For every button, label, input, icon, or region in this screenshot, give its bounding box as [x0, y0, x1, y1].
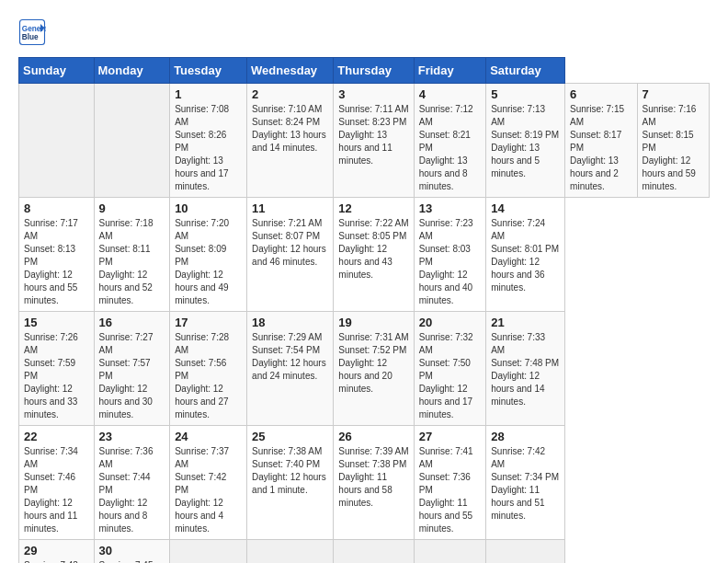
- calendar-week-row: 29Sunrise: 7:43 AMSunset: 7:32 PMDayligh…: [19, 540, 710, 564]
- day-number: 11: [252, 201, 328, 215]
- calendar-week-row: 1Sunrise: 7:08 AMSunset: 8:26 PMDaylight…: [19, 84, 710, 198]
- calendar-cell: 4Sunrise: 7:12 AMSunset: 8:21 PMDaylight…: [414, 84, 485, 198]
- day-info: Sunrise: 7:08 AMSunset: 8:26 PMDaylight:…: [175, 103, 242, 193]
- calendar-cell: 24Sunrise: 7:37 AMSunset: 7:42 PMDayligh…: [170, 426, 247, 540]
- calendar-cell: 15Sunrise: 7:26 AMSunset: 7:59 PMDayligh…: [19, 312, 95, 426]
- day-info: Sunrise: 7:13 AMSunset: 8:19 PMDaylight:…: [491, 103, 560, 180]
- calendar-cell: [19, 84, 95, 198]
- calendar-cell: [486, 540, 565, 564]
- day-header-sunday: Sunday: [19, 58, 95, 84]
- calendar-cell: 30Sunrise: 7:45 AMSunset: 7:30 PMDayligh…: [94, 540, 170, 564]
- day-number: 23: [99, 430, 165, 443]
- calendar-cell: [170, 540, 247, 564]
- day-info: Sunrise: 7:12 AMSunset: 8:21 PMDaylight:…: [419, 103, 481, 193]
- day-number: 8: [24, 201, 89, 215]
- day-number: 28: [491, 430, 560, 443]
- day-info: Sunrise: 7:42 AMSunset: 7:34 PMDaylight:…: [491, 445, 560, 523]
- day-number: 15: [24, 316, 89, 329]
- calendar-cell: 25Sunrise: 7:38 AMSunset: 7:40 PMDayligh…: [247, 426, 334, 540]
- day-info: Sunrise: 7:37 AMSunset: 7:42 PMDaylight:…: [175, 445, 242, 535]
- day-number: 14: [491, 201, 560, 215]
- calendar-cell: [414, 540, 485, 564]
- day-number: 17: [175, 316, 242, 329]
- calendar-cell: 18Sunrise: 7:29 AMSunset: 7:54 PMDayligh…: [247, 312, 334, 426]
- day-number: 9: [99, 201, 165, 215]
- page: General Blue SundayMondayTuesdayWednesda…: [0, 0, 728, 563]
- day-info: Sunrise: 7:39 AMSunset: 7:38 PMDaylight:…: [338, 445, 408, 510]
- day-info: Sunrise: 7:29 AMSunset: 7:54 PMDaylight:…: [252, 331, 328, 383]
- day-info: Sunrise: 7:17 AMSunset: 8:13 PMDaylight:…: [24, 217, 89, 307]
- calendar-cell: 23Sunrise: 7:36 AMSunset: 7:44 PMDayligh…: [94, 426, 170, 540]
- day-header-monday: Monday: [94, 58, 170, 84]
- calendar-week-row: 15Sunrise: 7:26 AMSunset: 7:59 PMDayligh…: [19, 312, 710, 426]
- day-header-saturday: Saturday: [486, 58, 565, 84]
- day-info: Sunrise: 7:26 AMSunset: 7:59 PMDaylight:…: [24, 331, 89, 421]
- day-number: 10: [175, 201, 242, 215]
- day-number: 20: [419, 316, 481, 329]
- calendar-cell: 16Sunrise: 7:27 AMSunset: 7:57 PMDayligh…: [94, 312, 170, 426]
- day-number: 12: [338, 201, 408, 215]
- calendar-cell: 13Sunrise: 7:23 AMSunset: 8:03 PMDayligh…: [414, 198, 485, 312]
- calendar-cell: 2Sunrise: 7:10 AMSunset: 8:24 PMDaylight…: [247, 84, 334, 198]
- day-info: Sunrise: 7:28 AMSunset: 7:56 PMDaylight:…: [175, 331, 242, 421]
- day-number: 4: [419, 87, 481, 101]
- calendar-table: SundayMondayTuesdayWednesdayThursdayFrid…: [18, 57, 710, 563]
- day-number: 30: [99, 544, 165, 557]
- calendar-cell: 19Sunrise: 7:31 AMSunset: 7:52 PMDayligh…: [334, 312, 414, 426]
- day-header-thursday: Thursday: [334, 58, 414, 84]
- calendar-cell: 28Sunrise: 7:42 AMSunset: 7:34 PMDayligh…: [486, 426, 565, 540]
- day-number: 24: [175, 430, 242, 443]
- svg-text:Blue: Blue: [22, 33, 39, 41]
- day-info: Sunrise: 7:24 AMSunset: 8:01 PMDaylight:…: [491, 217, 560, 294]
- day-info: Sunrise: 7:10 AMSunset: 8:24 PMDaylight:…: [252, 103, 328, 155]
- day-info: Sunrise: 7:41 AMSunset: 7:36 PMDaylight:…: [419, 445, 481, 535]
- day-info: Sunrise: 7:27 AMSunset: 7:57 PMDaylight:…: [99, 331, 165, 421]
- logo-icon: General Blue: [18, 18, 46, 46]
- day-number: 19: [338, 316, 408, 329]
- calendar-cell: 14Sunrise: 7:24 AMSunset: 8:01 PMDayligh…: [486, 198, 565, 312]
- calendar-cell: 27Sunrise: 7:41 AMSunset: 7:36 PMDayligh…: [414, 426, 485, 540]
- calendar-cell: 29Sunrise: 7:43 AMSunset: 7:32 PMDayligh…: [19, 540, 95, 564]
- calendar-cell: 9Sunrise: 7:18 AMSunset: 8:11 PMDaylight…: [94, 198, 170, 312]
- calendar-cell: 11Sunrise: 7:21 AMSunset: 8:07 PMDayligh…: [247, 198, 334, 312]
- day-header-tuesday: Tuesday: [170, 58, 247, 84]
- day-number: 25: [252, 430, 328, 443]
- calendar-cell: 7Sunrise: 7:16 AMSunset: 8:15 PMDaylight…: [637, 84, 710, 198]
- calendar-cell: 12Sunrise: 7:22 AMSunset: 8:05 PMDayligh…: [334, 198, 414, 312]
- day-number: 27: [419, 430, 481, 443]
- day-info: Sunrise: 7:38 AMSunset: 7:40 PMDaylight:…: [252, 445, 328, 497]
- day-number: 6: [570, 87, 631, 101]
- day-number: 2: [252, 87, 328, 101]
- day-number: 1: [175, 87, 242, 101]
- calendar-week-row: 8Sunrise: 7:17 AMSunset: 8:13 PMDaylight…: [19, 198, 710, 312]
- calendar-cell: 5Sunrise: 7:13 AMSunset: 8:19 PMDaylight…: [486, 84, 565, 198]
- day-info: Sunrise: 7:22 AMSunset: 8:05 PMDaylight:…: [338, 217, 408, 282]
- day-number: 21: [491, 316, 560, 329]
- day-number: 16: [99, 316, 165, 329]
- day-header-friday: Friday: [414, 58, 485, 84]
- day-number: 3: [338, 87, 408, 101]
- calendar-cell: [94, 84, 170, 198]
- day-info: Sunrise: 7:32 AMSunset: 7:50 PMDaylight:…: [419, 331, 481, 421]
- day-number: 7: [643, 87, 705, 101]
- day-info: Sunrise: 7:43 AMSunset: 7:32 PMDaylight:…: [24, 559, 89, 563]
- day-number: 22: [24, 430, 89, 443]
- day-number: 18: [252, 316, 328, 329]
- calendar-cell: 22Sunrise: 7:34 AMSunset: 7:46 PMDayligh…: [19, 426, 95, 540]
- calendar-cell: 8Sunrise: 7:17 AMSunset: 8:13 PMDaylight…: [19, 198, 95, 312]
- calendar-cell: 26Sunrise: 7:39 AMSunset: 7:38 PMDayligh…: [334, 426, 414, 540]
- day-info: Sunrise: 7:18 AMSunset: 8:11 PMDaylight:…: [99, 217, 165, 307]
- calendar-cell: 1Sunrise: 7:08 AMSunset: 8:26 PMDaylight…: [170, 84, 247, 198]
- day-info: Sunrise: 7:23 AMSunset: 8:03 PMDaylight:…: [419, 217, 481, 307]
- calendar-cell: [334, 540, 414, 564]
- day-info: Sunrise: 7:16 AMSunset: 8:15 PMDaylight:…: [643, 103, 705, 193]
- day-number: 5: [491, 87, 560, 101]
- day-info: Sunrise: 7:36 AMSunset: 7:44 PMDaylight:…: [99, 445, 165, 535]
- calendar-cell: 3Sunrise: 7:11 AMSunset: 8:23 PMDaylight…: [334, 84, 414, 198]
- calendar-week-row: 22Sunrise: 7:34 AMSunset: 7:46 PMDayligh…: [19, 426, 710, 540]
- calendar-cell: [247, 540, 334, 564]
- calendar-cell: 17Sunrise: 7:28 AMSunset: 7:56 PMDayligh…: [170, 312, 247, 426]
- logo: General Blue: [18, 18, 50, 46]
- day-info: Sunrise: 7:45 AMSunset: 7:30 PMDaylight:…: [99, 559, 165, 563]
- day-info: Sunrise: 7:33 AMSunset: 7:48 PMDaylight:…: [491, 331, 560, 408]
